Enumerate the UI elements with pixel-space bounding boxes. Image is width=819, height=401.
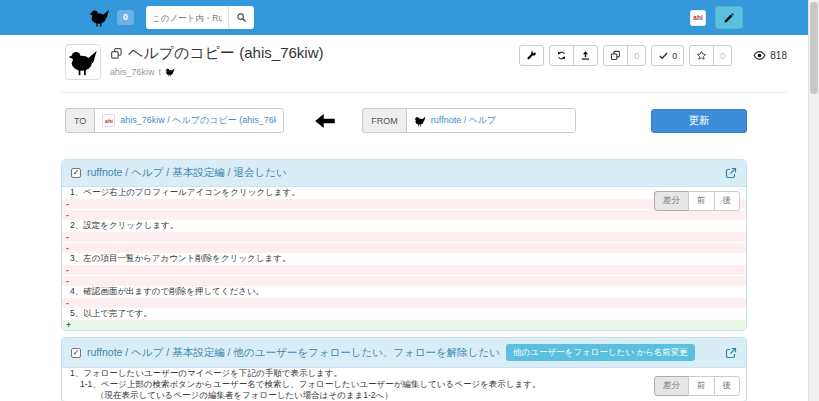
scrollbar[interactable] — [808, 0, 819, 401]
pencil-icon — [723, 12, 735, 24]
diff-line-context: 5、以上で完了です。 — [62, 308, 746, 319]
bird-avatar-icon — [68, 47, 98, 77]
open-page-external-link-icon[interactable] — [725, 347, 737, 359]
diff-line-context: 3、左の項目一覧からアカウント削除をクリックします。 — [62, 253, 746, 264]
diff-line-context: 1、フォローしたいユーザーのマイページを下記の手順で表示します。 — [62, 368, 746, 379]
to-field: ahi ahis_76kiw / ヘルプのコピー (ahis_76kiw) — [94, 108, 284, 133]
to-avatar: ahi — [102, 114, 115, 127]
from-field: ruffnote / ヘルプ — [406, 108, 576, 133]
edit-new-note-button[interactable] — [715, 6, 743, 29]
star-icon — [696, 50, 707, 61]
wrench-icon — [526, 50, 537, 61]
search-input[interactable] — [146, 6, 228, 29]
upload-button[interactable] — [573, 45, 598, 66]
panel-1-checkbox[interactable]: ✓ — [71, 168, 81, 178]
merge-direction-arrow-icon — [314, 113, 336, 129]
after-button[interactable]: 後 — [714, 376, 741, 396]
small-bird-icon — [165, 67, 175, 77]
diff-line-context: 4、確認画面が出ますので削除を押してください。 — [62, 286, 746, 297]
view-count: 818 — [770, 50, 787, 61]
diff-panel-2: ✓ ruffnote / ヘルプ / 基本設定編 / 他のユーザーをフォローした… — [61, 337, 747, 401]
diff-buttons: 差分前後 — [654, 376, 740, 396]
eye-icon — [753, 49, 766, 62]
fork-button[interactable] — [603, 45, 628, 66]
panel-2-header: ✓ ruffnote / ヘルプ / 基本設定編 / 他のユーザーをフォローした… — [62, 338, 746, 368]
diff-line-context: 1-1、ページ上部の検索ボタンからユーザー名で検索し、フォローしたいユーザーが編… — [62, 379, 746, 390]
panel-2-checkbox[interactable]: ✓ — [71, 348, 81, 358]
refresh-icon — [556, 50, 567, 61]
header-divider — [61, 92, 787, 93]
top-navbar: 0 ahi — [0, 0, 808, 35]
settings-button[interactable] — [519, 45, 544, 66]
owner-name[interactable]: ahis_76kiw — [110, 67, 155, 77]
diff-line-add: + — [62, 319, 746, 330]
diff-line-del: - — [62, 297, 746, 308]
page-title: ヘルプのコピー (ahis_76kiw) — [110, 44, 323, 63]
diff-lines: 1、ページ右上のプロフィールアイコンをクリックします。--2、設定をクリックしま… — [62, 187, 746, 330]
ruffnote-logo-bird-icon[interactable] — [89, 7, 110, 28]
diff-line-context: 1、ページ右上のプロフィールアイコンをクリックします。 — [62, 187, 746, 198]
search-group — [146, 6, 254, 29]
diff-lines: 1、フォローしたいユーザーのマイページを下記の手順で表示します。1-1、ページ上… — [62, 368, 746, 401]
fork-copy-icon — [610, 50, 621, 61]
diff-line-del: - — [62, 264, 746, 275]
diff-buttons: 差分前後 — [654, 191, 740, 211]
merge-bar: TO ahi ahis_76kiw / ヘルプのコピー (ahis_76kiw)… — [61, 108, 747, 133]
diff-line-del: - — [62, 209, 746, 220]
copied-note-icon — [110, 47, 123, 60]
diff-line-del: - — [62, 198, 746, 209]
check-icon — [658, 50, 669, 61]
diff-mode-button[interactable]: 差分 — [654, 376, 689, 396]
star-count[interactable]: 0 — [713, 45, 732, 66]
star-button[interactable] — [689, 45, 714, 66]
diff-mode-button[interactable]: 差分 — [654, 191, 689, 211]
fork-count[interactable]: 0 — [627, 45, 646, 66]
to-group: TO ahi ahis_76kiw / ヘルプのコピー (ahis_76kiw) — [65, 108, 284, 133]
page-header: ヘルプのコピー (ahis_76kiw) ahis_76kiw t — [61, 44, 787, 80]
user-avatar[interactable]: ahi — [690, 10, 706, 26]
panel-1-header: ✓ ruffnote / ヘルプ / 基本設定編 / 退会したい — [62, 160, 746, 187]
diff-line-del: - — [62, 231, 746, 242]
diff-line-context: 2、設定をクリックします。 — [62, 220, 746, 231]
update-button[interactable]: 更新 — [651, 109, 747, 133]
note-avatar[interactable] — [65, 44, 101, 80]
before-button[interactable]: 前 — [688, 191, 715, 211]
rename-badge: 他のユーザーをフォローしたい から名前変更 — [506, 344, 695, 361]
from-label: FROM — [362, 108, 406, 133]
owner-suffix: t — [159, 67, 162, 77]
diff-line-del: - — [62, 242, 746, 253]
before-button[interactable]: 前 — [688, 376, 715, 396]
to-label: TO — [65, 108, 94, 133]
check-button[interactable]: 0 — [651, 45, 684, 66]
refresh-button[interactable] — [549, 45, 574, 66]
from-group: FROM ruffnote / ヘルプ — [362, 108, 576, 133]
page-title-text: ヘルプのコピー (ahis_76kiw) — [128, 44, 323, 63]
to-note-link[interactable]: ahis_76kiw / ヘルプのコピー (ahis_76kiw) — [120, 114, 276, 127]
search-button[interactable] — [228, 6, 254, 29]
after-button[interactable]: 後 — [714, 191, 741, 211]
diff-panel-1: ✓ ruffnote / ヘルプ / 基本設定編 / 退会したい 1、ページ右上… — [61, 159, 747, 331]
magnifier-icon — [236, 12, 247, 23]
panel-2-body: 1、フォローしたいユーザーのマイページを下記の手順で表示します。1-1、ページ上… — [62, 368, 746, 401]
open-page-external-link-icon[interactable] — [725, 167, 737, 179]
panel-1-body: 1、ページ右上のプロフィールアイコンをクリックします。--2、設定をクリックしま… — [62, 187, 746, 330]
note-toolbar: 0 0 0 818 — [519, 45, 787, 80]
from-bird-icon — [414, 115, 426, 127]
note-owner: ahis_76kiw t — [110, 67, 323, 77]
diff-line-context: （現在表示しているページの編集者をフォローしたい場合はそのまま1-2へ） — [62, 390, 746, 401]
diff-line-del: - — [62, 275, 746, 286]
view-counter: 818 — [753, 49, 787, 62]
from-note-link[interactable]: ruffnote / ヘルプ — [431, 114, 497, 127]
panel-2-title-link[interactable]: ruffnote / ヘルプ / 基本設定編 / 他のユーザーをフォローしたい、… — [87, 346, 500, 360]
panel-1-title-link[interactable]: ruffnote / ヘルプ / 基本設定編 / 退会したい — [87, 166, 287, 180]
notification-count-badge[interactable]: 0 — [117, 10, 134, 25]
upload-icon — [580, 50, 591, 61]
scrollbar-thumb[interactable] — [810, 2, 818, 94]
check-count: 0 — [672, 51, 677, 61]
